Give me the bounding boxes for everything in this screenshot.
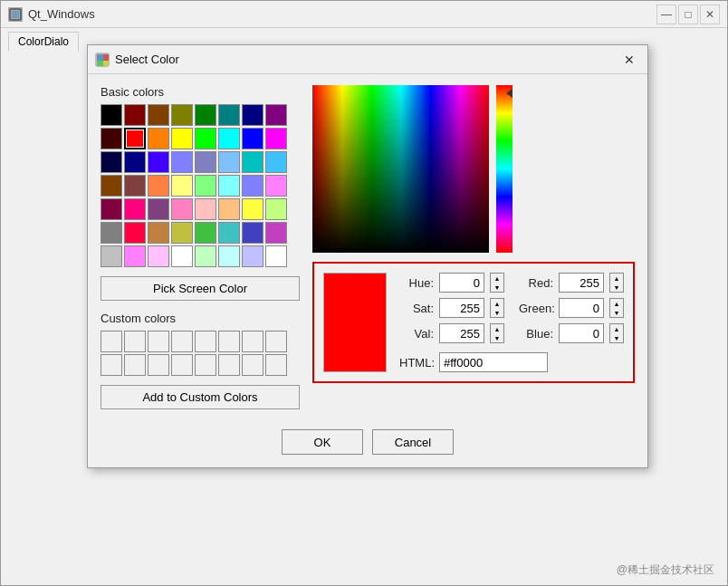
basic-color-cell[interactable] [218, 222, 240, 244]
basic-color-cell[interactable] [124, 175, 146, 197]
basic-color-cell[interactable] [218, 175, 240, 197]
custom-color-cell[interactable] [218, 331, 240, 352]
basic-color-cell[interactable] [101, 222, 122, 244]
basic-color-cell[interactable] [148, 175, 169, 197]
basic-color-cell[interactable] [148, 128, 169, 149]
ok-button[interactable]: OK [282, 429, 363, 455]
custom-color-cell[interactable] [265, 354, 287, 376]
basic-color-cell[interactable] [101, 128, 122, 149]
basic-color-cell[interactable] [265, 245, 287, 267]
custom-color-cell[interactable] [195, 331, 216, 352]
sat-up-button[interactable]: ▲ [491, 299, 503, 308]
basic-color-cell[interactable] [242, 151, 263, 173]
basic-color-cell[interactable] [265, 151, 287, 173]
basic-color-cell[interactable] [124, 151, 146, 173]
custom-color-cell[interactable] [195, 354, 216, 376]
basic-color-cell[interactable] [171, 175, 193, 197]
maximize-button[interactable]: □ [678, 5, 698, 24]
basic-color-cell[interactable] [171, 128, 193, 149]
custom-color-cell[interactable] [148, 354, 169, 376]
basic-color-cell[interactable] [265, 175, 287, 197]
val-up-button[interactable]: ▲ [491, 324, 503, 333]
custom-color-cell[interactable] [265, 331, 287, 352]
tab-colordialo[interactable]: ColorDialo [8, 32, 79, 52]
basic-color-cell[interactable] [242, 104, 263, 126]
basic-color-cell[interactable] [101, 198, 122, 220]
basic-color-cell[interactable] [195, 222, 216, 244]
hue-up-button[interactable]: ▲ [491, 274, 503, 283]
basic-color-cell[interactable] [171, 245, 193, 267]
custom-color-cell[interactable] [101, 331, 122, 352]
custom-color-cell[interactable] [218, 354, 240, 376]
basic-color-cell[interactable] [195, 104, 216, 126]
basic-color-cell[interactable] [195, 128, 216, 149]
minimize-button[interactable]: — [656, 5, 676, 24]
basic-color-cell[interactable] [148, 104, 169, 126]
basic-color-cell[interactable] [101, 175, 122, 197]
basic-color-cell[interactable] [124, 222, 146, 244]
red-up-button[interactable]: ▲ [610, 274, 623, 283]
sat-down-button[interactable]: ▼ [491, 308, 503, 317]
basic-color-cell[interactable] [124, 198, 146, 220]
basic-color-cell[interactable] [265, 128, 287, 149]
basic-color-cell[interactable] [171, 222, 193, 244]
hue-down-button[interactable]: ▼ [491, 283, 503, 292]
custom-color-cell[interactable] [171, 354, 193, 376]
basic-color-cell[interactable] [265, 222, 287, 244]
basic-color-cell[interactable] [195, 245, 216, 267]
basic-color-cell[interactable] [218, 104, 240, 126]
custom-color-cell[interactable] [124, 331, 146, 352]
basic-color-cell[interactable] [242, 175, 263, 197]
basic-color-cell[interactable] [242, 198, 263, 220]
color-spectrum[interactable] [312, 85, 489, 253]
custom-color-cell[interactable] [124, 354, 146, 376]
pick-screen-color-button[interactable]: Pick Screen Color [101, 276, 300, 301]
html-input[interactable] [439, 352, 548, 372]
basic-color-cell[interactable] [242, 222, 263, 244]
basic-color-cell[interactable] [218, 245, 240, 267]
basic-color-cell[interactable] [195, 198, 216, 220]
custom-color-cell[interactable] [242, 331, 263, 352]
basic-color-cell[interactable] [195, 151, 216, 173]
add-to-custom-colors-button[interactable]: Add to Custom Colors [101, 385, 300, 409]
basic-color-cell[interactable] [171, 104, 193, 126]
custom-color-cell[interactable] [171, 331, 193, 352]
close-button[interactable]: ✕ [700, 5, 720, 24]
dialog-close-button[interactable]: ✕ [618, 49, 640, 71]
basic-color-cell[interactable] [242, 128, 263, 149]
basic-color-cell[interactable] [101, 245, 122, 267]
blue-input[interactable] [559, 323, 604, 343]
basic-color-cell[interactable] [101, 104, 122, 126]
basic-color-cell[interactable] [148, 245, 169, 267]
green-down-button[interactable]: ▼ [610, 308, 623, 317]
basic-color-cell[interactable] [148, 151, 169, 173]
basic-color-cell[interactable] [218, 151, 240, 173]
red-down-button[interactable]: ▼ [610, 283, 623, 292]
custom-color-cell[interactable] [101, 354, 122, 376]
cancel-button[interactable]: Cancel [372, 429, 454, 455]
basic-color-cell[interactable] [218, 128, 240, 149]
basic-color-cell[interactable] [265, 198, 287, 220]
red-input[interactable] [559, 273, 604, 293]
basic-color-cell[interactable] [242, 245, 263, 267]
basic-color-cell[interactable] [148, 222, 169, 244]
basic-color-cell[interactable] [171, 151, 193, 173]
val-input[interactable] [439, 323, 484, 343]
basic-color-cell[interactable] [265, 104, 287, 126]
blue-down-button[interactable]: ▼ [610, 333, 623, 342]
val-down-button[interactable]: ▼ [491, 333, 503, 342]
basic-color-cell[interactable] [124, 104, 146, 126]
basic-color-cell[interactable] [124, 128, 146, 149]
basic-color-cell[interactable] [171, 198, 193, 220]
custom-color-cell[interactable] [148, 331, 169, 352]
sat-input[interactable] [439, 298, 484, 318]
hue-slider[interactable] [496, 85, 512, 253]
hue-input[interactable] [439, 273, 484, 293]
blue-up-button[interactable]: ▲ [610, 324, 623, 333]
basic-color-cell[interactable] [148, 198, 169, 220]
basic-color-cell[interactable] [218, 198, 240, 220]
basic-color-cell[interactable] [195, 175, 216, 197]
green-input[interactable] [559, 298, 604, 318]
basic-color-cell[interactable] [124, 245, 146, 267]
custom-color-cell[interactable] [242, 354, 263, 376]
